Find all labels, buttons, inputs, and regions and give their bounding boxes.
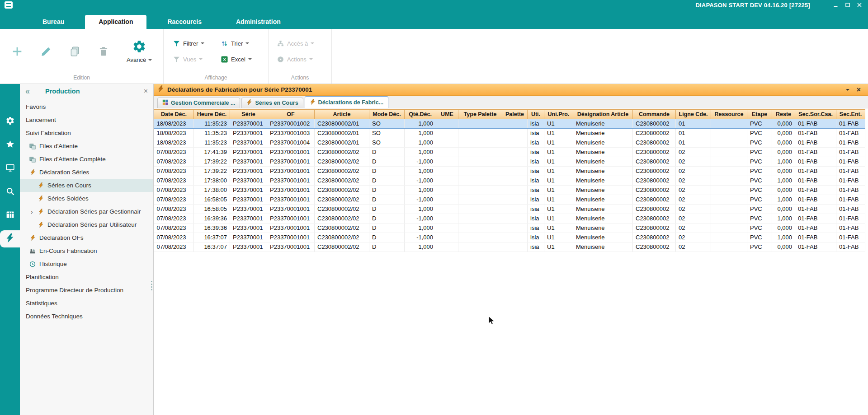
sidebar-item-declaration-ofs[interactable]: Déclaration OFs (20, 231, 153, 244)
sidebar-item-programme-directeur[interactable]: Programme Directeur de Production (20, 284, 153, 297)
table-row[interactable]: 18/08/202311:35:23P23370001P23370001002C… (154, 119, 865, 129)
menu-tab-raccourcis[interactable]: Raccourcis (154, 15, 215, 29)
menu-tab-bureau[interactable]: Bureau (29, 15, 78, 29)
sidebar-item-historique[interactable]: Historique (20, 257, 153, 270)
table-cell: PVC (747, 129, 772, 138)
plus-icon (11, 45, 24, 58)
table-cell (711, 195, 747, 205)
sidebar-item-files-attente[interactable]: Files d'Attente (20, 140, 153, 153)
table-row[interactable]: 07/08/202317:38:00P23370001P23370001001C… (154, 186, 865, 195)
column-header[interactable]: Reste (772, 110, 795, 119)
minimize-button[interactable] (830, 0, 842, 9)
table-row[interactable]: 07/08/202316:58:05P23370001P23370001001C… (154, 195, 865, 205)
column-header[interactable]: Etape (747, 110, 772, 119)
sidebar-item-en-cours-fabrication[interactable]: En-Cours Fabrication (20, 244, 153, 257)
column-header[interactable]: Uni.Pro. (544, 110, 573, 119)
table-cell: U1 (544, 157, 573, 167)
document-tab-2[interactable]: Déclarations de Fabric... (305, 96, 389, 108)
sidebar-item-suivi-fabrication[interactable]: Suivi Fabrication (20, 126, 153, 140)
column-header[interactable]: UME (436, 110, 458, 119)
table-cell: P23370001 (230, 129, 267, 138)
column-header[interactable]: Uti. (528, 110, 544, 119)
module-production[interactable] (0, 230, 20, 247)
column-header[interactable]: Type Palette (458, 110, 502, 119)
column-header[interactable]: Mode Déc. (369, 110, 405, 119)
menu-tab-application[interactable]: Application (85, 15, 146, 29)
view-menu-chevron-icon[interactable] (846, 89, 849, 91)
table-cell: 02 (676, 224, 711, 233)
close-panel-icon[interactable]: × (144, 87, 148, 95)
column-header[interactable]: Commande (633, 110, 676, 119)
table-cell: isia (528, 224, 544, 233)
column-header[interactable]: Date Déc. (154, 110, 194, 119)
menu-tab-administration[interactable]: Administration (222, 15, 294, 29)
ribbon: Avancé Edition Filtrer Trier Vues X (0, 29, 868, 84)
module-data[interactable] (0, 207, 20, 224)
access-button[interactable]: Accès à (274, 38, 326, 49)
filter-button[interactable]: Filtrer (170, 38, 218, 49)
table-row[interactable]: 07/08/202316:39:36P23370001P23370001001C… (154, 214, 865, 224)
table-row[interactable]: 07/08/202316:37:07P23370001P23370001001C… (154, 233, 865, 242)
column-header[interactable]: Sec.Sor.Csa. (795, 110, 836, 119)
actions-button[interactable]: Actions (274, 54, 326, 65)
table-cell (436, 129, 458, 138)
column-header[interactable]: Désignation Article (573, 110, 633, 119)
collapse-panel-icon[interactable]: « (25, 87, 30, 96)
table-row[interactable]: 18/08/202311:35:23P23370001P23370001003C… (154, 129, 865, 138)
expand-chevron-icon[interactable]: › (31, 208, 37, 215)
column-header[interactable]: Sec.Ent. (836, 110, 865, 119)
document-tab-0[interactable]: Gestion Commerciale ... (157, 98, 240, 108)
panel-splitter-handle[interactable] (151, 281, 152, 290)
table-cell: -1,000 (405, 214, 436, 224)
delete-button[interactable] (94, 41, 113, 62)
table-row[interactable]: 07/08/202317:39:22P23370001P23370001001C… (154, 167, 865, 176)
add-button[interactable] (8, 41, 26, 62)
table-row[interactable]: 07/08/202317:38:00P23370001P23370001001C… (154, 176, 865, 186)
table-row[interactable]: 07/08/202317:39:22P23370001P23370001001C… (154, 157, 865, 167)
table-cell (502, 214, 528, 224)
sidebar-item-series-en-cours[interactable]: Séries en Cours (20, 179, 153, 192)
excel-button[interactable]: X Excel (218, 54, 266, 65)
view-close-icon[interactable]: × (857, 86, 861, 93)
column-header[interactable]: OF (267, 110, 315, 119)
module-search[interactable] (0, 183, 20, 201)
table-cell: P23370001001 (267, 233, 315, 242)
sidebar-item-favoris[interactable]: Favoris (20, 100, 153, 113)
edit-button[interactable] (37, 41, 55, 62)
table-row[interactable]: 07/08/202316:37:07P23370001P23370001001C… (154, 242, 865, 252)
table-row[interactable]: 18/08/202311:35:23P23370001P23370001004C… (154, 138, 865, 148)
sidebar-item-declaration-series-gestionnaire[interactable]: ›Déclaration Séries par Gestionnair (20, 205, 153, 218)
sort-button[interactable]: Trier (218, 38, 266, 49)
maximize-button[interactable] (842, 0, 854, 9)
sidebar-item-series-soldees[interactable]: Séries Soldées (20, 192, 153, 205)
column-header[interactable]: Heure Déc. (194, 110, 230, 119)
table-row[interactable]: 07/08/202316:58:05P23370001P23370001001C… (154, 205, 865, 214)
views-button[interactable]: Vues (170, 54, 218, 65)
sidebar-item-declaration-series-utilisateur[interactable]: Déclaration Séries par Utilisateur (20, 218, 153, 231)
sidebar-item-donnees-techniques[interactable]: Données Techniques (20, 310, 153, 323)
column-header[interactable]: Série (230, 110, 267, 119)
advanced-button[interactable]: Avancé (123, 39, 155, 63)
module-favorites[interactable] (0, 136, 20, 154)
sidebar-item-files-attente-complete[interactable]: Files d'Attente Complète (20, 153, 153, 166)
filter-icon (173, 40, 180, 47)
module-desktop[interactable] (0, 160, 20, 177)
sidebar-item-declaration-series[interactable]: Déclaration Séries (20, 166, 153, 179)
sidebar-item-lancement[interactable]: Lancement (20, 113, 153, 126)
table-cell: P23370001003 (267, 129, 315, 138)
table-cell: SO (369, 138, 405, 148)
table-row[interactable]: 07/08/202316:39:36P23370001P23370001001C… (154, 224, 865, 233)
table-row[interactable]: 07/08/202317:41:39P23370001P23370001001C… (154, 148, 865, 157)
module-settings[interactable] (0, 113, 20, 130)
column-header[interactable]: Ressource (711, 110, 747, 119)
column-header[interactable]: Ligne Cde. (676, 110, 711, 119)
copy-button[interactable] (66, 41, 84, 62)
column-header[interactable]: Article (315, 110, 369, 119)
close-button[interactable] (854, 0, 865, 9)
column-header[interactable]: Palette (502, 110, 528, 119)
column-header[interactable]: Qté.Déc. (405, 110, 436, 119)
table-cell: D (369, 195, 405, 205)
document-tab-1[interactable]: Séries en Cours (241, 98, 303, 108)
sidebar-item-statistiques[interactable]: Statistiques (20, 297, 153, 310)
sidebar-item-planification[interactable]: Planification (20, 270, 153, 284)
